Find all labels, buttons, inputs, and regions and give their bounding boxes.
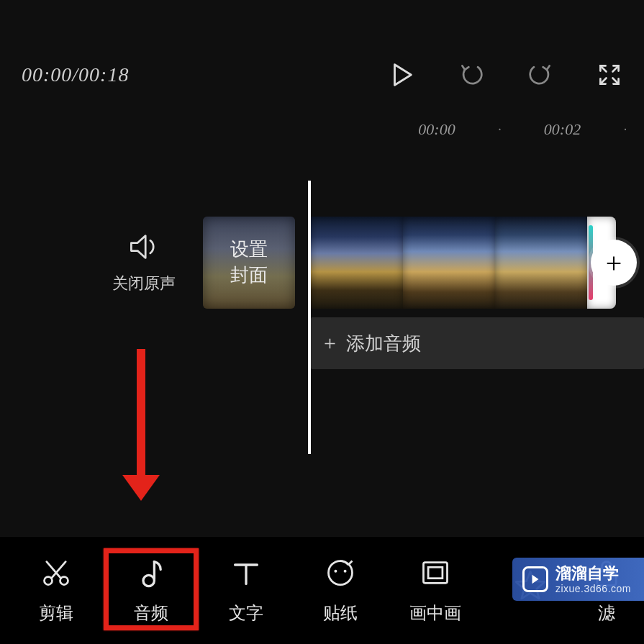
tool-pip[interactable]: 画中画 <box>388 557 483 625</box>
svg-rect-6 <box>424 562 448 583</box>
ruler-tick: 00:00 <box>412 120 462 139</box>
time-display: 00:00/00:18 <box>22 63 129 86</box>
tool-label: 滤 <box>598 602 615 625</box>
time-ruler: 00:00 · 00:02 · <box>0 103 644 145</box>
top-right-controls <box>388 61 622 89</box>
redo-button[interactable] <box>527 62 553 88</box>
cover-label-line: 封面 <box>230 263 268 289</box>
tool-sticker[interactable]: 贴纸 <box>293 557 388 625</box>
speaker-icon <box>128 231 160 266</box>
tool-label: 音频 <box>134 602 168 625</box>
undo-button[interactable] <box>458 62 484 88</box>
mute-original-sound[interactable]: 关闭原声 <box>112 231 176 294</box>
picture-in-picture-icon <box>419 557 451 593</box>
cover-label-line: 设置 <box>230 237 268 263</box>
add-clip-button[interactable]: + <box>591 240 637 286</box>
watermark: 溜溜自学 zixue.3d66.com <box>512 558 644 601</box>
watermark-url: zixue.3d66.com <box>555 583 631 594</box>
ruler-tick: 00:02 <box>538 120 588 139</box>
watermark-title: 溜溜自学 <box>555 564 631 582</box>
timeline-area: 关闭原声 设置 封面 + + 添加音频 <box>0 181 644 454</box>
tool-cut[interactable]: 剪辑 <box>9 557 104 625</box>
tool-text[interactable]: 文字 <box>199 557 294 625</box>
fullscreen-button[interactable] <box>597 62 622 88</box>
tool-label: 画中画 <box>409 602 461 625</box>
music-note-icon <box>135 557 167 593</box>
tool-label: 文字 <box>229 602 263 625</box>
play-button[interactable] <box>388 61 415 89</box>
ruler-dot: · <box>498 123 502 136</box>
ruler-dot: · <box>624 123 627 136</box>
tool-label: 剪辑 <box>39 602 73 625</box>
mute-label: 关闭原声 <box>112 273 176 294</box>
timeline-left-panel: 关闭原声 设置 封面 <box>0 217 295 309</box>
set-cover-button[interactable]: 设置 封面 <box>203 217 295 309</box>
add-audio-label: 添加音频 <box>346 331 421 356</box>
video-editor-root: 00:00/00:18 00:00 · 00:02 · <box>0 0 644 644</box>
top-controls-bar: 00:00/00:18 <box>0 0 644 103</box>
video-clip-thumbnail[interactable] <box>495 217 587 309</box>
tool-label: 贴纸 <box>323 602 358 625</box>
video-clip-thumbnail[interactable] <box>311 217 403 309</box>
scissors-icon <box>40 557 72 593</box>
svg-rect-7 <box>428 567 443 578</box>
video-clip-thumbnail[interactable] <box>403 217 495 309</box>
watermark-logo <box>522 566 548 592</box>
plus-icon: + <box>606 246 622 280</box>
svg-point-5 <box>344 569 347 572</box>
sticker-icon <box>325 557 356 593</box>
add-audio-track[interactable]: + 添加音频 <box>311 317 644 369</box>
svg-point-4 <box>335 569 337 572</box>
text-icon <box>230 557 262 593</box>
svg-point-2 <box>143 575 154 586</box>
playhead[interactable] <box>308 181 311 454</box>
plus-icon: + <box>324 331 336 355</box>
tool-audio[interactable]: 音频 <box>104 557 199 625</box>
